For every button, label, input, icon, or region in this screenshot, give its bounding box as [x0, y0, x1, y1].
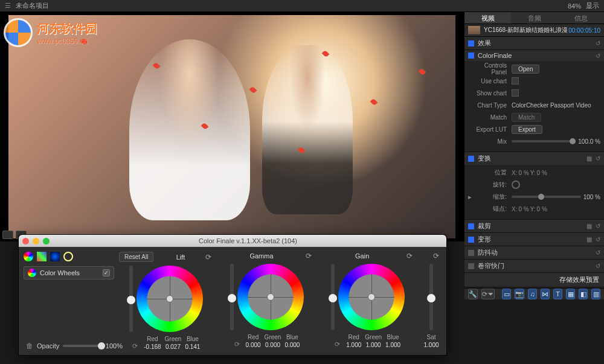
viewer-tool-1[interactable]	[2, 231, 13, 239]
section-stabilize[interactable]: 防抖动↺	[464, 246, 604, 259]
sat-value[interactable]: 1.000	[424, 342, 439, 348]
tool-generator-icon[interactable]: ▦	[566, 289, 575, 299]
rotation-dial[interactable]	[512, 180, 520, 189]
tool-transition-icon[interactable]: ⋈	[541, 289, 550, 299]
checkbox-icon[interactable]	[468, 156, 474, 162]
gain-reset-icon[interactable]: ⟳	[404, 252, 415, 260]
reset-icon[interactable]: ↺	[596, 249, 600, 256]
sat-reset-icon[interactable]: ⟳	[431, 252, 442, 260]
mode-wheels-icon[interactable]	[24, 252, 33, 261]
project-menu-icon[interactable]: ☰	[5, 2, 13, 10]
tool-effects-icon[interactable]: ▥	[591, 289, 600, 299]
lift-green-value[interactable]: 0.027	[165, 343, 181, 350]
lift-luma-slider[interactable]	[129, 266, 133, 332]
reset-icon[interactable]: ↺	[596, 263, 600, 269]
use-chart-checkbox[interactable]	[512, 77, 519, 85]
gain-color-wheel[interactable]	[338, 264, 405, 330]
project-name: 未命名项目	[16, 1, 49, 10]
anchor-y-value[interactable]: 0 %	[537, 206, 547, 212]
tool-wrench-icon[interactable]: 🔧	[468, 289, 478, 299]
reset-icon[interactable]: ↺	[596, 236, 600, 243]
tool-music-icon[interactable]: ♫	[528, 289, 537, 299]
show-in-viewer-icon[interactable]: ▦	[586, 223, 592, 229]
lift-reset-icon[interactable]: ⟳	[203, 253, 214, 261]
mode-lut-icon[interactable]	[50, 252, 60, 261]
gain-red-value[interactable]: 1.000	[346, 342, 361, 348]
section-transform[interactable]: 变换 ▦ ↺	[464, 152, 604, 165]
lift-blue-value[interactable]: 0.141	[185, 343, 200, 350]
clip-name: YC1668-新郎新娘结婚婚礼浪漫	[484, 26, 568, 34]
gain-green-value[interactable]: 1.000	[366, 342, 381, 348]
save-preset-button[interactable]: 存储效果预置	[464, 273, 604, 287]
show-chart-checkbox[interactable]	[512, 89, 519, 97]
lift-red-value[interactable]: -0.168	[144, 343, 161, 350]
color-finale-window: Color Finale v.1.1.XX-beta2 (104) Color …	[18, 234, 447, 356]
scale-slider[interactable]	[512, 196, 581, 198]
pos-x-value[interactable]: 0 %	[518, 170, 528, 176]
gamma-reset-icon[interactable]: ⟳	[303, 252, 314, 260]
gain-luma-slider[interactable]	[331, 264, 335, 330]
mode-curves-icon[interactable]	[37, 252, 47, 261]
gamma-green-value[interactable]: 0.000	[265, 342, 280, 348]
section-crop[interactable]: 裁剪▦↺	[464, 220, 604, 232]
show-in-viewer-icon[interactable]: ▦	[586, 236, 592, 243]
pos-y-value[interactable]: 0 %	[537, 170, 547, 176]
reset-icon[interactable]: ↺	[596, 155, 600, 162]
gamma-rgb-reset-icon[interactable]: ⟳	[234, 340, 240, 348]
inspector-toolbar: 🔧 ⟳⏷ ▭ 📷 ♫ ⋈ T ▦ ◧ ▥	[464, 288, 604, 299]
zoom-level[interactable]: 84%	[568, 2, 581, 10]
export-button[interactable]: Export	[512, 125, 542, 134]
layer-enabled-checkbox[interactable]: ✓	[103, 269, 110, 276]
watermark-text-2: www.pc0359.cn	[37, 37, 97, 45]
reset-icon[interactable]: ↺	[596, 223, 600, 229]
disclosure-icon[interactable]: ▸	[468, 193, 474, 201]
lift-color-wheel[interactable]	[137, 266, 203, 332]
chart-type-select[interactable]: ColorChecker Passport Video	[512, 102, 600, 109]
close-icon[interactable]	[22, 238, 29, 244]
gamma-red-value[interactable]: 0.000	[246, 342, 261, 348]
tool-theme-icon[interactable]: ◧	[579, 289, 588, 299]
checkbox-icon[interactable]	[468, 263, 474, 269]
lift-rgb-reset-icon[interactable]: ⟳	[132, 342, 138, 350]
tool-retime-icon[interactable]: ⟳⏷	[481, 289, 495, 299]
display-menu[interactable]: 显示	[586, 1, 599, 10]
checkbox-icon[interactable]	[468, 40, 474, 46]
match-button[interactable]: Match	[512, 113, 541, 122]
gain-rgb-reset-icon[interactable]: ⟳	[335, 340, 340, 348]
reset-icon[interactable]: ↺	[596, 40, 600, 46]
checkbox-icon[interactable]	[468, 250, 474, 256]
maximize-icon[interactable]	[43, 238, 50, 244]
reset-icon[interactable]: ↺	[596, 53, 600, 59]
checkbox-icon[interactable]	[468, 237, 474, 243]
tab-video[interactable]: 视频	[464, 12, 511, 24]
tab-info[interactable]: 信息	[557, 12, 604, 24]
mode-vector-icon[interactable]	[63, 252, 73, 261]
section-rolling-shutter[interactable]: 卷帘快门↺	[464, 260, 604, 272]
checkbox-icon[interactable]	[468, 223, 474, 229]
reset-all-button[interactable]: Reset All	[119, 252, 153, 262]
tool-camera-icon[interactable]: 📷	[515, 289, 524, 299]
tab-audio[interactable]: 音频	[511, 12, 557, 24]
section-colorfinale[interactable]: ColorFinale ↺	[464, 50, 604, 61]
gamma-blue-value[interactable]: 0.000	[284, 342, 300, 348]
delete-layer-icon[interactable]: 🗑	[26, 342, 33, 350]
show-in-viewer-icon[interactable]: ▦	[586, 155, 592, 162]
open-button[interactable]: Open	[512, 65, 539, 74]
tool-title-icon[interactable]: T	[553, 289, 562, 299]
cf-titlebar[interactable]: Color Finale v.1.1.XX-beta2 (104)	[19, 235, 446, 247]
clip-timecode: 00:00:05:10	[568, 27, 600, 34]
section-effects[interactable]: 效果 ↺	[464, 37, 604, 49]
layer-color-wheels[interactable]: Color Wheels ✓	[24, 266, 114, 279]
gain-blue-value[interactable]: 1.000	[385, 342, 400, 348]
section-distort[interactable]: 变形▦↺	[464, 233, 604, 246]
opacity-slider[interactable]	[63, 345, 102, 347]
gamma-color-wheel[interactable]	[237, 264, 304, 330]
mix-slider[interactable]	[512, 140, 576, 142]
sat-slider[interactable]	[429, 264, 433, 330]
minimize-icon[interactable]	[33, 238, 39, 244]
gamma-luma-slider[interactable]	[230, 264, 234, 330]
tool-clip-icon[interactable]: ▭	[502, 289, 511, 299]
anchor-x-value[interactable]: 0 %	[518, 206, 528, 212]
video-viewer[interactable]: 河东软件园 www.pc0359.cn	[0, 12, 464, 241]
checkbox-icon[interactable]	[468, 53, 474, 59]
